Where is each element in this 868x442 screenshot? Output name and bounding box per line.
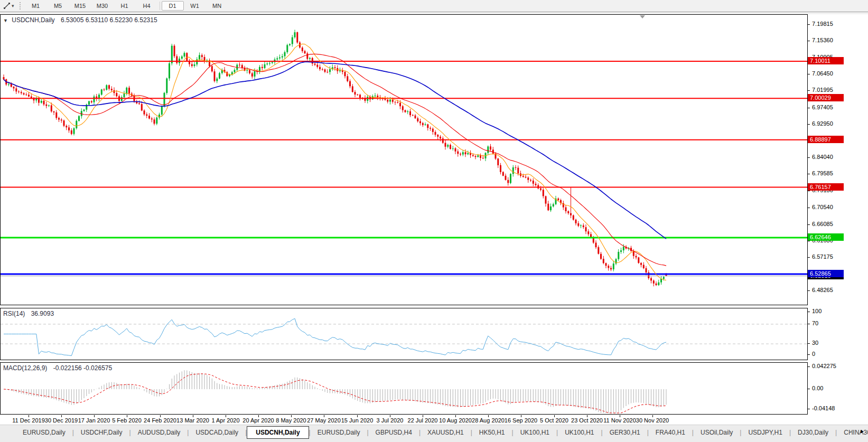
timeframe-button-m1[interactable]: M1 xyxy=(25,1,47,11)
date-label: 23 Oct 2020 xyxy=(571,417,603,424)
chart-title: ▼ USDCNH,Daily 6.53005 6.53110 6.52230 6… xyxy=(3,16,157,24)
price-level-badge: 7.10011 xyxy=(808,57,844,64)
axis-tick-label: 6.84040 xyxy=(812,154,833,160)
date-label: 11 Nov 2020 xyxy=(603,417,636,424)
axis-tick-mark xyxy=(808,191,810,191)
price-chart-panel[interactable]: ▼ USDCNH,Daily 6.53005 6.53110 6.52230 6… xyxy=(0,14,808,305)
tab-scroll-left-icon[interactable]: ◄ xyxy=(848,428,854,434)
symbol-tab-usoil-daily[interactable]: USOil,Daily xyxy=(694,427,740,438)
axis-tick-mark xyxy=(808,41,810,41)
rsi-canvas[interactable] xyxy=(1,308,807,360)
macd-panel[interactable]: MACD(12,26,9) -0.022156 -0.026575 xyxy=(0,362,808,415)
timeframe-buttons: M1M5M15M30H1H4D1W1MN xyxy=(25,0,228,12)
symbol-tab-xauusd-h1[interactable]: XAUUSD,H1 xyxy=(421,427,471,438)
candles-layer xyxy=(3,30,667,286)
tab-scroll-buttons: ◄ ► xyxy=(848,428,865,434)
timeframe-button-d1[interactable]: D1 xyxy=(162,1,184,11)
date-label: 30 Dec 2019 xyxy=(45,417,78,424)
symbol-tab-hk50-h1[interactable]: HK50,H1 xyxy=(472,427,512,438)
price-axis[interactable]: 7.198157.153607.109057.064507.019956.974… xyxy=(808,14,868,305)
date-label: 28 Aug 2020 xyxy=(472,417,505,424)
rsi-label: RSI(14) xyxy=(3,310,25,317)
date-label: 1 Apr 2020 xyxy=(211,417,239,424)
symbol-tab-dj30-daily[interactable]: DJ30,Daily xyxy=(791,427,835,438)
price-level-badge: 6.76157 xyxy=(808,183,844,191)
axis-tick-label: 70 xyxy=(812,320,818,326)
axis-tick-mark xyxy=(808,224,810,225)
date-label: 17 Jan 2020 xyxy=(78,417,110,424)
macd-axis[interactable]: 0.0422750.00-0.04148 xyxy=(808,362,868,415)
mt4-window: ▾ M1M5M15M30H1H4D1W1MN ▼ USDCNH,Daily 6.… xyxy=(0,0,868,442)
date-label: 13 Mar 2020 xyxy=(176,417,209,424)
chart-context-arrow-icon[interactable]: ▼ xyxy=(3,18,8,23)
axis-tick-label: 0.042275 xyxy=(812,363,836,369)
symbol-tab-ger30-h1[interactable]: GER30,H1 xyxy=(603,427,647,438)
date-label: 15 Jun 2020 xyxy=(341,417,374,424)
rsi-axis[interactable]: 10070300 xyxy=(808,308,868,360)
date-label: 20 Apr 2020 xyxy=(242,417,274,424)
timeframe-button-m30[interactable]: M30 xyxy=(91,1,114,11)
axis-tick-label: 6.92950 xyxy=(812,120,833,127)
date-label: 30 Nov 2020 xyxy=(636,417,669,424)
rsi-panel[interactable]: RSI(14) 36.9093 xyxy=(0,308,808,360)
timeframe-button-m15[interactable]: M15 xyxy=(69,1,91,11)
symbol-tab-uk100-h1[interactable]: UK100,H1 xyxy=(514,427,556,438)
axis-tick-mark xyxy=(808,208,810,208)
time-axis[interactable]: 11 Dec 201930 Dec 201917 Jan 20205 Feb 2… xyxy=(0,415,868,425)
axis-tick-mark xyxy=(808,24,810,25)
price-level-badge: 6.88897 xyxy=(808,136,844,143)
axis-tick-label: 30 xyxy=(812,340,818,346)
symbol-tab-eurusd-daily[interactable]: EURUSD,Daily xyxy=(311,427,367,438)
macd-values: -0.022156 -0.026575 xyxy=(53,364,112,372)
date-label: 11 Dec 2019 xyxy=(12,417,45,424)
symbol-tab-gbpusd-h4[interactable]: GBPUSD,H4 xyxy=(369,427,419,438)
timeframe-button-mn[interactable]: MN xyxy=(206,1,228,11)
date-label: 5 Oct 2020 xyxy=(540,417,568,424)
axis-tick-mark xyxy=(808,366,810,367)
symbol-tab-eurusd-daily[interactable]: EURUSD,Daily xyxy=(16,427,72,438)
axis-tick-mark xyxy=(808,409,810,409)
axis-tick-mark xyxy=(808,257,810,258)
timeframe-button-h1[interactable]: H1 xyxy=(114,1,136,11)
toolbar-grip[interactable] xyxy=(20,2,21,10)
ma-line-8 xyxy=(4,44,666,280)
axis-tick-mark xyxy=(808,389,810,389)
symbol-tab-uk100-h1[interactable]: UK100,H1 xyxy=(558,427,601,438)
axis-tick-label: 7.01995 xyxy=(812,87,833,93)
macd-signal-line xyxy=(4,374,666,413)
chart-tabs: EURUSD,Daily|USDCHF,Daily|AUDUSD,Daily|U… xyxy=(0,426,868,439)
symbol-tab-usdcnh-daily[interactable]: USDCNH,Daily xyxy=(247,426,309,439)
axis-tick-mark xyxy=(808,312,810,312)
crosshair-tool-icon[interactable] xyxy=(2,2,12,10)
axis-tick-label: 7.15360 xyxy=(812,37,833,43)
symbol-tab-usdjpy-h1[interactable]: USDJPY,H1 xyxy=(741,427,789,438)
timeframe-button-m5[interactable]: M5 xyxy=(47,1,69,11)
date-label: 27 May 2020 xyxy=(307,417,341,424)
axis-tick-mark xyxy=(808,241,810,241)
chevron-down-icon[interactable]: ▾ xyxy=(12,3,14,8)
toolbar-separator xyxy=(160,2,160,10)
symbol-tab-usdchf-daily[interactable]: USDCHF,Daily xyxy=(74,427,129,438)
chart-ohlc-values: 6.53005 6.53110 6.52230 6.52315 xyxy=(61,16,157,24)
date-label: 5 Feb 2020 xyxy=(112,417,142,424)
axis-tick-mark xyxy=(808,108,810,108)
axis-tick-label: -0.04148 xyxy=(812,405,835,411)
date-label: 10 Aug 2020 xyxy=(439,417,472,424)
symbol-tab-audusd-daily[interactable]: AUDUSD,Daily xyxy=(131,427,188,438)
axis-tick-mark xyxy=(808,174,810,174)
symbol-tab-fra40-h1[interactable]: FRA40,H1 xyxy=(649,427,692,438)
price-chart-canvas[interactable] xyxy=(1,15,807,305)
chart-shift-marker[interactable] xyxy=(640,15,645,18)
tab-scroll-right-icon[interactable]: ► xyxy=(860,428,865,434)
macd-title: MACD(12,26,9) -0.022156 -0.026575 xyxy=(3,364,112,372)
rsi-title: RSI(14) 36.9093 xyxy=(3,310,54,317)
ma-line-21 xyxy=(4,54,666,266)
axis-tick-label: 6.48265 xyxy=(812,287,833,293)
chart-tab-bar: EURUSD,Daily|USDCHF,Daily|AUDUSD,Daily|U… xyxy=(0,425,868,442)
timeframe-button-h4[interactable]: H4 xyxy=(136,1,158,11)
axis-tick-mark xyxy=(808,343,810,344)
symbol-tab-usdcad-daily[interactable]: USDCAD,Daily xyxy=(189,427,245,438)
date-label: 8 May 2020 xyxy=(276,417,306,424)
macd-canvas[interactable] xyxy=(1,363,807,414)
timeframe-button-w1[interactable]: W1 xyxy=(184,1,206,11)
